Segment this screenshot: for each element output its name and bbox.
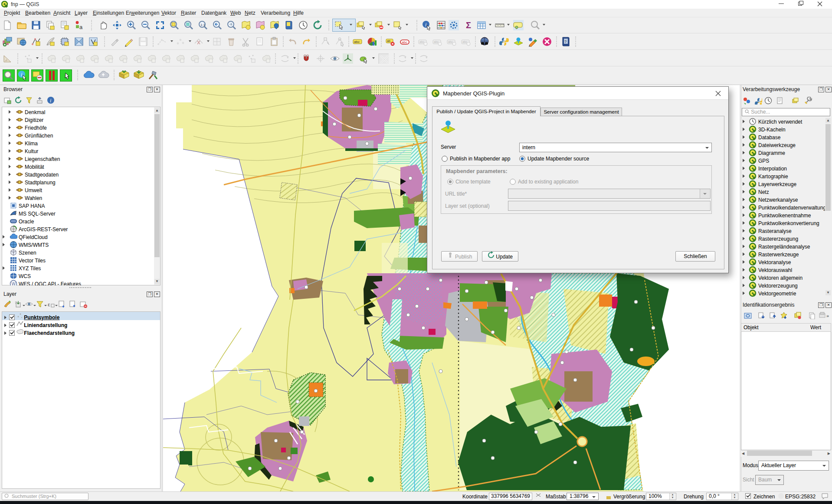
svg-text:ε: ε: [48, 301, 50, 308]
svg-text:a: a: [79, 24, 83, 30]
svg-text:i: i: [21, 72, 22, 78]
svg-text:?: ?: [564, 39, 567, 44]
svg-text:1:1: 1:1: [200, 23, 206, 27]
svg-text:ab: ab: [387, 39, 390, 43]
svg-text:abc: abc: [354, 40, 360, 44]
svg-text:i: i: [50, 98, 51, 104]
svg-text:i: i: [425, 22, 426, 28]
svg-text:Σ: Σ: [466, 20, 471, 30]
svg-text:abc: abc: [402, 40, 407, 44]
